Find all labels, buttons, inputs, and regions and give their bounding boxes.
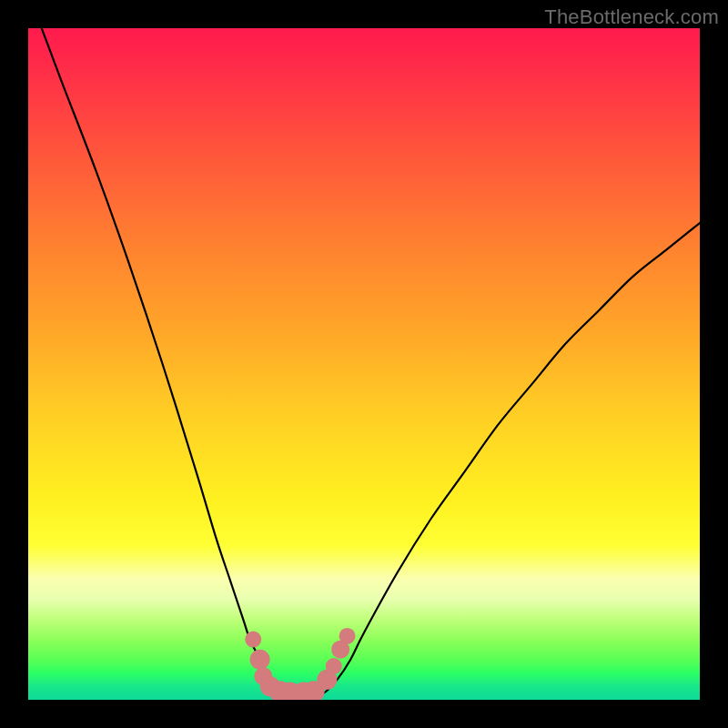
marker-dot: [303, 681, 325, 700]
chart-svg: [28, 28, 700, 700]
marker-dot: [269, 681, 291, 700]
watermark-text: TheBottleneck.com: [544, 5, 719, 29]
marker-dot: [293, 682, 315, 700]
highlight-markers: [245, 628, 355, 700]
marker-dot: [254, 667, 272, 685]
marker-dot: [250, 650, 270, 670]
curve-line: [42, 28, 700, 697]
chart-frame: TheBottleneck.com: [0, 0, 728, 728]
marker-dot: [260, 676, 280, 696]
plot-area: [28, 28, 700, 700]
marker-dot: [245, 632, 261, 648]
bottleneck-curve: [42, 28, 700, 697]
marker-dot: [279, 682, 301, 700]
marker-dot: [326, 658, 342, 674]
marker-dot: [339, 628, 356, 644]
marker-dot: [331, 641, 349, 659]
marker-dot: [317, 670, 337, 690]
